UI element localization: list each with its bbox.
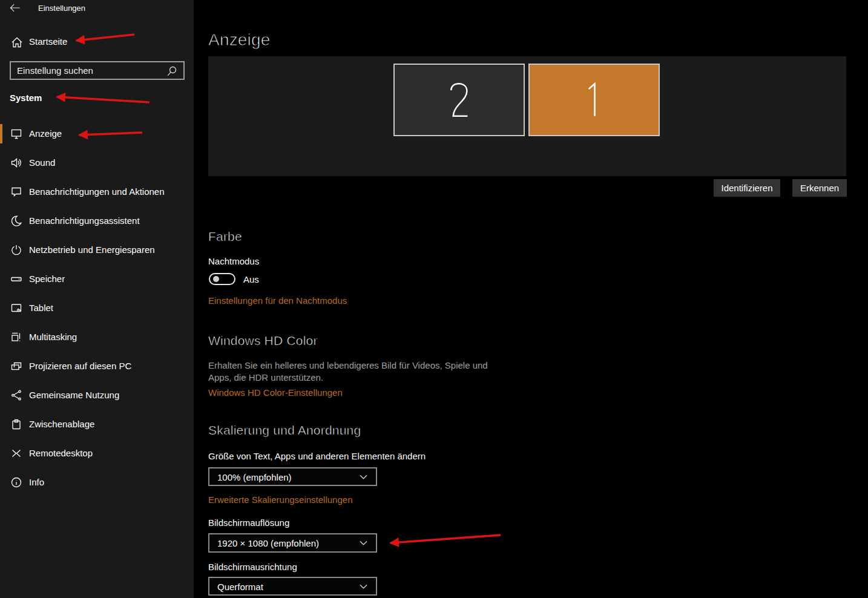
sidebar-item-speicher[interactable]: Speicher: [0, 264, 194, 294]
window-title: Einstellungen: [38, 4, 85, 13]
toggle-knob: [213, 276, 219, 282]
sidebar: Einstellungen Startseite System AnzeigeS…: [0, 0, 194, 598]
power-icon: [10, 243, 23, 257]
sidebar-item-gemeinsame-nutzung[interactable]: Gemeinsame Nutzung: [0, 381, 194, 410]
sidebar-item-label: Sound: [29, 157, 55, 168]
sidebar-item-zwischenablage[interactable]: Zwischenablage: [0, 410, 194, 439]
sidebar-item-remotedesktop[interactable]: Remotedesktop: [0, 439, 194, 468]
size-label: Größe von Text, Apps und anderen Element…: [208, 451, 426, 461]
multitasking-icon: [10, 330, 23, 344]
focus-assist-icon: [10, 214, 23, 228]
nachtmodus-label: Nachtmodus: [208, 256, 259, 266]
chevron-down-icon: [360, 475, 367, 479]
sidebar-item-netzbetrieb-und-energiesparen[interactable]: Netzbetrieb und Energiesparen: [0, 235, 194, 264]
info-icon: [10, 476, 23, 489]
orientation-dropdown[interactable]: Querformat: [208, 577, 377, 596]
monitor-2-number: [448, 82, 470, 117]
monitor-1[interactable]: [528, 64, 660, 136]
detect-button[interactable]: Erkennen: [792, 179, 847, 197]
resolution-label: Bildschirmauflösung: [208, 518, 289, 528]
sidebar-item-benachrichtigungsassistent[interactable]: Benachrichtigungsassistent: [0, 206, 194, 235]
home-icon: [10, 36, 24, 49]
search-box[interactable]: [10, 61, 185, 80]
sidebar-item-label: Gemeinsame Nutzung: [29, 390, 119, 400]
chevron-down-icon: [360, 584, 367, 589]
settings-window: Einstellungen Startseite System AnzeigeS…: [0, 0, 868, 598]
hd-color-description: Erhalten Sie ein helleres und lebendiger…: [208, 360, 505, 384]
nachtmodus-toggle[interactable]: [209, 273, 235, 285]
chevron-down-icon: [360, 540, 367, 545]
sidebar-item-label: Netzbetrieb und Energiesparen: [29, 245, 155, 255]
monitor-arrangement: [208, 56, 846, 176]
resolution-dropdown[interactable]: 1920 × 1080 (empfohlen): [208, 533, 377, 553]
identify-button[interactable]: Identifizieren: [714, 179, 780, 197]
share-icon: [10, 389, 23, 402]
project-icon: [10, 360, 23, 373]
farbe-heading: Farbe: [208, 229, 242, 244]
scaling-dropdown[interactable]: 100% (empfohlen): [208, 467, 377, 486]
sidebar-item-label: Anzeige: [29, 128, 62, 139]
toggle-state-label: Aus: [243, 274, 259, 284]
monitor-2[interactable]: [393, 64, 525, 136]
home-label: Startseite: [29, 36, 67, 47]
sidebar-item-label: Benachrichtigungen und Aktionen: [29, 186, 165, 197]
monitor-1-number: [583, 82, 605, 117]
sidebar-item-label: Info: [29, 477, 44, 487]
sidebar-nav: AnzeigeSoundBenachrichtigungen und Aktio…: [0, 119, 194, 497]
storage-icon: [10, 272, 23, 286]
sidebar-item-anzeige[interactable]: Anzeige: [0, 119, 194, 148]
back-icon[interactable]: [10, 3, 21, 13]
page-title: Anzeige: [208, 30, 271, 50]
sidebar-item-projizieren-auf-diesen-pc[interactable]: Projizieren auf diesen PC: [0, 352, 194, 381]
nachtmodus-settings-link[interactable]: Einstellungen für den Nachtmodus: [208, 295, 347, 306]
sidebar-item-startseite[interactable]: Startseite: [0, 33, 194, 51]
sound-icon: [10, 156, 23, 169]
sidebar-item-label: Multitasking: [29, 332, 77, 342]
sidebar-item-tablet[interactable]: Tablet: [0, 294, 194, 323]
orientation-label: Bildschirmausrichtung: [208, 562, 297, 572]
selected-indicator: [0, 124, 2, 143]
sidebar-item-label: Projizieren auf diesen PC: [29, 361, 131, 371]
resolution-value: 1920 × 1080 (empfohlen): [217, 538, 319, 548]
hd-color-settings-link[interactable]: Windows HD Color-Einstellungen: [208, 387, 343, 398]
notifications-icon: [10, 185, 23, 199]
sidebar-item-label: Remotedesktop: [29, 448, 93, 458]
sidebar-item-label: Tablet: [29, 303, 53, 313]
scaling-heading: Skalierung und Anordnung: [208, 423, 361, 438]
sidebar-item-sound[interactable]: Sound: [0, 148, 194, 177]
sidebar-item-label: Benachrichtigungsassistent: [29, 215, 140, 226]
remote-desktop-icon: [10, 447, 23, 460]
advanced-scaling-link[interactable]: Erweiterte Skalierungseinstellungen: [208, 494, 352, 505]
search-input[interactable]: [17, 64, 162, 77]
sidebar-item-label: Zwischenablage: [29, 419, 94, 429]
display-icon: [10, 127, 23, 140]
sidebar-item-label: Speicher: [29, 274, 65, 284]
sidebar-item-multitasking[interactable]: Multitasking: [0, 323, 194, 352]
section-heading-system: System: [10, 93, 42, 103]
scaling-value: 100% (empfohlen): [217, 472, 292, 482]
hd-color-heading: Windows HD Color: [208, 334, 318, 348]
orientation-value: Querformat: [217, 581, 263, 591]
sidebar-item-benachrichtigungen-und-aktionen[interactable]: Benachrichtigungen und Aktionen: [0, 177, 194, 206]
clipboard-icon: [10, 418, 23, 431]
tablet-icon: [10, 301, 23, 315]
search-icon: [165, 65, 179, 78]
sidebar-item-info[interactable]: Info: [0, 468, 194, 497]
